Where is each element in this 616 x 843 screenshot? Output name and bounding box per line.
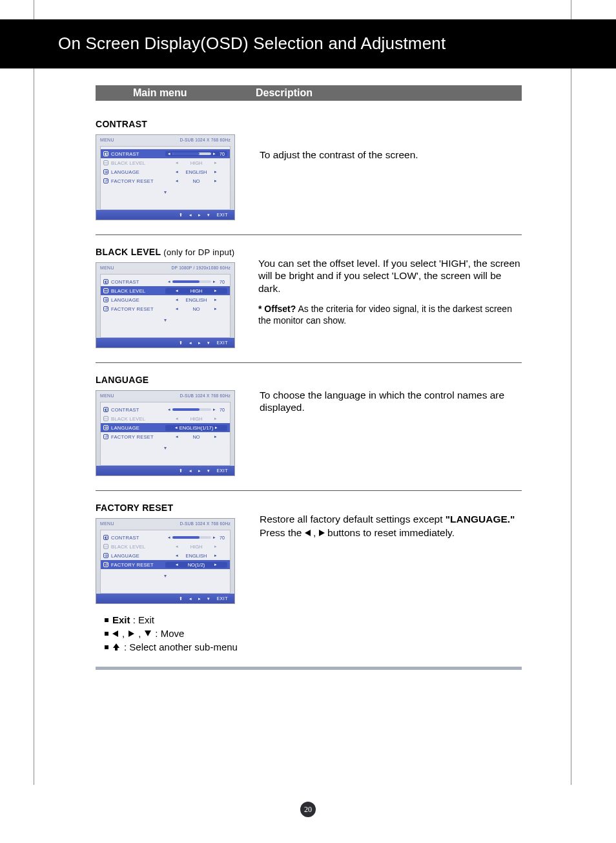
- osd-contrast: MENU D-SUB 1024 X 768 60Hz ◐ CONTRAST ◂▸…: [96, 134, 235, 220]
- bullet-icon: [105, 632, 108, 636]
- page-number: 20: [300, 802, 316, 817]
- column-description: Description: [256, 87, 313, 99]
- osd-signal: D-SUB 1024 X 768 60Hz: [180, 138, 231, 142]
- osd-row-language[interactable]: ⊕ LANGUAGE ◂ENGLISH(1/17)▸: [101, 423, 230, 432]
- heading-language: LANGUAGE: [96, 375, 238, 385]
- separator: [96, 490, 522, 491]
- left-chevron-icon: ◂: [168, 151, 170, 156]
- osd-row-contrast[interactable]: ◐ CONTRAST ◂▸70: [101, 149, 230, 158]
- section-black-level: BLACK LEVEL (only for DP input) MENU DP …: [96, 247, 522, 348]
- column-main-menu: Main menu: [133, 87, 256, 99]
- right-triangle-icon: [128, 630, 134, 637]
- right-triangle-icon: [319, 530, 325, 536]
- desc-language: To choose the language in which the cont…: [260, 389, 522, 414]
- bullet-icon: [105, 618, 108, 622]
- reset-icon: ↺: [103, 178, 108, 183]
- page-title: On Screen Display(OSD) Selection and Adj…: [58, 34, 446, 54]
- desc-black-level: You can set the offset level. If you sel…: [258, 257, 522, 295]
- osd-language: MENU D-SUB 1024 X 768 60Hz ◐ CONTRAST ◂▸…: [96, 390, 235, 476]
- black-level-icon: ▭: [103, 160, 108, 165]
- desc-factory-reset-2: Press the , buttons to reset immediately…: [260, 526, 522, 539]
- legend: Exit : Exit , , : Move : Select another …: [105, 613, 522, 654]
- offset-note: * Offset? As the criteria for video sign…: [258, 304, 522, 326]
- bottom-rule: [96, 667, 522, 670]
- heading-contrast: CONTRAST: [96, 119, 238, 129]
- osd-row-black-level[interactable]: ▭ BLACK LEVEL ◂HIGH▸: [101, 414, 230, 423]
- up-arrow-icon: [112, 643, 120, 651]
- right-chevron-icon: ▸: [213, 151, 216, 156]
- down-icon[interactable]: ▾: [207, 213, 210, 218]
- legend-select: : Select another sub-menu: [105, 640, 522, 654]
- desc-factory-reset-1: Restore all factory default settings exc…: [260, 513, 522, 525]
- osd-row-contrast[interactable]: ◐ CONTRAST ◂▸70: [101, 533, 230, 542]
- section-factory-reset: FACTORY RESET MENU D-SUB 1024 X 768 60Hz…: [96, 503, 522, 604]
- osd-factory-reset: MENU D-SUB 1024 X 768 60Hz ◐ CONTRAST ◂▸…: [96, 518, 235, 604]
- osd-row-factory-reset[interactable]: ↺ FACTORY RESET ◂NO▸: [101, 432, 230, 441]
- contrast-icon: ◐: [103, 151, 108, 156]
- section-contrast: CONTRAST MENU D-SUB 1024 X 768 60Hz ◐ CO…: [96, 119, 522, 220]
- separator: [96, 362, 522, 363]
- right-icon[interactable]: ▸: [198, 213, 201, 218]
- osd-row-factory-reset[interactable]: ↺ FACTORY RESET ◂NO▸: [101, 176, 230, 185]
- osd-row-contrast[interactable]: ◐ CONTRAST ◂▸70: [101, 405, 230, 414]
- left-triangle-icon: [112, 630, 118, 637]
- osd-black-level: MENU DP 1080P / 1920x1080 60Hz ◐ CONTRAS…: [96, 262, 235, 348]
- scroll-down-icon: ▾: [101, 189, 230, 195]
- column-header-bar: Main menu Description: [96, 85, 522, 101]
- osd-footer: ⬆ ◂ ▸ ▾ EXIT: [96, 210, 234, 220]
- osd-row-language[interactable]: ⊕ LANGUAGE ◂ENGLISH▸: [101, 295, 230, 304]
- left-triangle-icon: [305, 530, 311, 536]
- bullet-icon: [105, 645, 108, 649]
- osd-row-black-level[interactable]: ▭ BLACK LEVEL ◂HIGH▸: [101, 158, 230, 167]
- desc-contrast: To adjust the contrast of the screen.: [260, 149, 522, 161]
- exit-button[interactable]: EXIT: [216, 213, 228, 217]
- black-level-qualifier: (only for DP input): [163, 247, 234, 257]
- language-icon: ⊕: [103, 169, 108, 174]
- osd-menu-label: MENU: [100, 138, 114, 142]
- left-icon[interactable]: ◂: [189, 213, 192, 218]
- osd-row-black-level[interactable]: ▭ BLACK LEVEL ◂HIGH▸: [101, 542, 230, 551]
- heading-black-level: BLACK LEVEL (only for DP input): [96, 247, 236, 257]
- osd-row-contrast[interactable]: ◐ CONTRAST ◂▸70: [101, 277, 230, 286]
- heading-factory-reset: FACTORY RESET: [96, 503, 238, 513]
- osd-row-factory-reset[interactable]: ↺ FACTORY RESET ◂NO▸: [101, 304, 230, 313]
- up-icon[interactable]: ⬆: [179, 213, 183, 218]
- osd-row-language[interactable]: ⊕ LANGUAGE ◂ENGLISH▸: [101, 167, 230, 176]
- down-triangle-icon: [145, 630, 151, 636]
- osd-row-language[interactable]: ⊕ LANGUAGE ◂ENGLISH▸: [101, 551, 230, 560]
- section-language: LANGUAGE MENU D-SUB 1024 X 768 60Hz ◐ CO…: [96, 375, 522, 476]
- legend-exit: Exit : Exit: [105, 613, 522, 627]
- osd-row-factory-reset[interactable]: ↺ FACTORY RESET ◂NO(1/2)▸: [101, 560, 230, 569]
- content-area: Main menu Description CONTRAST MENU D-SU…: [96, 85, 522, 670]
- osd-row-black-level[interactable]: ▭ BLACK LEVEL ◂HIGH▸: [101, 286, 230, 295]
- separator: [96, 234, 522, 235]
- legend-move: , , : Move: [105, 627, 522, 640]
